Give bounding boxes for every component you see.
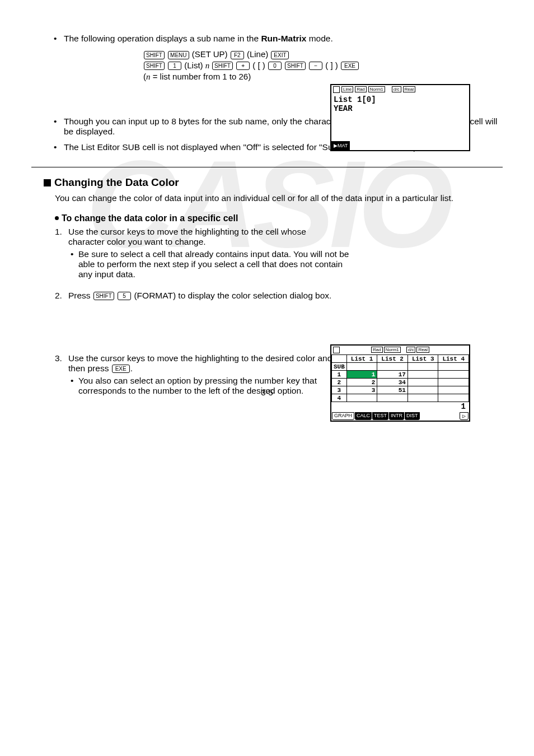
sub-title: To change the data color in a specific c… — [55, 213, 503, 223]
step-1: Use the cursor keys to move the highligh… — [68, 227, 337, 247]
list-table-1: List 1List 2List 3List 4 SUB 1117 2234 3… — [331, 354, 469, 402]
battery-icon — [333, 347, 340, 353]
battery-icon — [333, 86, 340, 93]
step-1-sub: Be sure to select a cell that already co… — [78, 249, 350, 279]
screen-list-1: Rad Norm1 d/c Real List 1List 2List 3Lis… — [330, 344, 470, 422]
key-seq-2: SHIFT 1 (List) n SHIFT + ( [ ) 0 SHIFT −… — [143, 60, 503, 71]
step-3: Use the cursor keys to move the highligh… — [68, 353, 337, 374]
step-2: Press SHIFT 5 (FORMAT) to display the co… — [68, 291, 337, 301]
section-title: Changing the Data Color — [44, 176, 503, 189]
screen-runmatrix: Line Rad Norm1 d/c Real List 1[0] YEAR ▶… — [330, 84, 470, 151]
screen-line1: List 1[0] — [334, 95, 467, 104]
key-seq-1: SHIFT MENU (SET UP) F2 (Line) EXIT — [143, 49, 503, 59]
intro-text: The following operation displays a sub n… — [64, 34, 503, 44]
footer-mat: ▶MAT — [331, 141, 350, 150]
section-rule — [31, 167, 503, 167]
section-para: You can change the color of data input i… — [55, 193, 503, 203]
step-3-sub: You also can select an option by pressin… — [78, 376, 350, 396]
list-number-note: (n = list number from 1 to 26) — [143, 72, 503, 82]
screen-line2: YEAR — [334, 104, 467, 113]
arrow-icon: ▷ — [460, 412, 469, 420]
